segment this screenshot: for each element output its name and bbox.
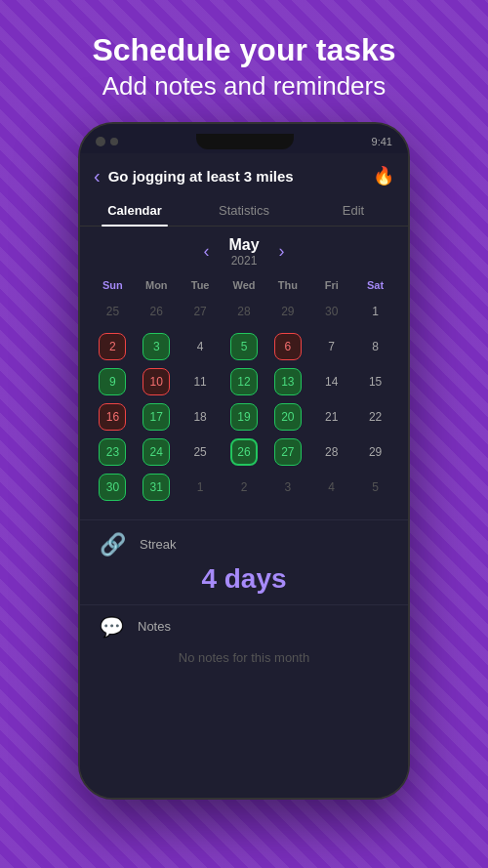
header-title: Schedule your tasks xyxy=(20,31,468,68)
calendar-day-25[interactable]: 20 xyxy=(266,400,308,434)
streak-value: 4 days xyxy=(80,563,408,604)
task-header: ‹ Go jogging at least 3 miles 🔥 xyxy=(80,153,408,191)
calendar-day-38[interactable]: 2 xyxy=(224,471,265,504)
calendar-day-21[interactable]: 16 xyxy=(92,400,134,434)
calendar-day-5[interactable]: 30 xyxy=(310,295,352,328)
notes-chat-icon: 💬 xyxy=(100,615,124,639)
day-header-wed: Wed xyxy=(224,275,265,295)
camera-dot-main xyxy=(96,137,105,146)
day-header-sun: Sun xyxy=(92,275,134,295)
tabs-bar: Calendar Statistics Edit xyxy=(80,195,408,227)
calendar-day-22[interactable]: 17 xyxy=(136,400,178,434)
calendar-day-17[interactable]: 12 xyxy=(224,365,265,398)
fire-icon: 🔥 xyxy=(373,165,394,186)
calendar-day-30[interactable]: 25 xyxy=(180,435,222,469)
calendar-day-23[interactable]: 18 xyxy=(180,400,222,434)
back-button[interactable]: ‹ xyxy=(94,165,101,187)
calendar-day-41[interactable]: 5 xyxy=(354,471,396,504)
calendar-day-8[interactable]: 3 xyxy=(136,330,178,363)
calendar-day-15[interactable]: 10 xyxy=(136,365,178,398)
calendar-day-26[interactable]: 21 xyxy=(310,400,352,434)
day-header-tue: Tue xyxy=(180,275,222,295)
notes-label: Notes xyxy=(138,619,171,634)
header-section: Schedule your tasks Add notes and remind… xyxy=(0,0,488,122)
calendar-section: ‹ May 2021 › Sun Mon Tue Wed Thu Fri Sat… xyxy=(80,227,408,514)
tab-calendar[interactable]: Calendar xyxy=(80,195,189,226)
calendar-day-1[interactable]: 26 xyxy=(136,295,178,328)
calendar-nav: ‹ May 2021 › xyxy=(92,236,396,268)
calendar-day-29[interactable]: 24 xyxy=(136,435,178,469)
calendar-day-34[interactable]: 29 xyxy=(354,435,396,469)
camera-dots xyxy=(96,137,118,146)
calendar-day-16[interactable]: 11 xyxy=(180,365,222,398)
calendar-month-name: May xyxy=(228,236,259,254)
calendar-day-9[interactable]: 4 xyxy=(180,330,222,363)
day-header-sat: Sat xyxy=(354,275,396,295)
calendar-day-33[interactable]: 28 xyxy=(310,435,352,469)
header-subtitle: Add notes and reminders xyxy=(20,68,468,103)
calendar-grid: Sun Mon Tue Wed Thu Fri Sat xyxy=(92,275,396,295)
camera-dot-small xyxy=(110,138,118,145)
calendar-day-4[interactable]: 29 xyxy=(266,295,308,328)
calendar-day-40[interactable]: 4 xyxy=(310,471,352,504)
streak-info: Streak xyxy=(140,537,177,552)
calendar-month-display: May 2021 xyxy=(228,236,259,268)
calendar-day-24[interactable]: 19 xyxy=(224,400,265,434)
calendar-day-14[interactable]: 9 xyxy=(92,365,134,398)
calendar-day-18[interactable]: 13 xyxy=(266,365,308,398)
calendar-day-39[interactable]: 3 xyxy=(266,471,308,504)
calendar-day-20[interactable]: 15 xyxy=(354,365,396,398)
calendar-day-10[interactable]: 5 xyxy=(224,330,265,363)
calendar-day-13[interactable]: 8 xyxy=(354,330,396,363)
next-month-button[interactable]: › xyxy=(279,241,285,262)
calendar-day-11[interactable]: 6 xyxy=(266,330,308,363)
phone-time: 9:41 xyxy=(372,136,392,147)
calendar-day-7[interactable]: 2 xyxy=(92,330,134,363)
phone-top-bar: 9:41 xyxy=(80,124,408,153)
notes-header: 💬 Notes xyxy=(100,615,388,639)
prev-month-button[interactable]: ‹ xyxy=(203,241,209,262)
notes-section: 💬 Notes No notes for this month xyxy=(80,604,408,682)
streak-link-icon: 🔗 xyxy=(100,532,126,558)
calendar-day-36[interactable]: 31 xyxy=(136,471,178,504)
phone-notch xyxy=(196,134,294,149)
calendar-day-3[interactable]: 28 xyxy=(224,295,265,328)
tab-edit[interactable]: Edit xyxy=(299,195,408,226)
streak-label: Streak xyxy=(140,537,177,552)
calendar-days: 2526272829301234567891011121314151617181… xyxy=(92,295,396,504)
calendar-year: 2021 xyxy=(228,254,259,268)
notes-empty-message: No notes for this month xyxy=(100,644,388,673)
calendar-day-31[interactable]: 26 xyxy=(224,435,265,469)
calendar-day-12[interactable]: 7 xyxy=(310,330,352,363)
calendar-day-35[interactable]: 30 xyxy=(92,471,134,504)
calendar-day-0[interactable]: 25 xyxy=(92,295,134,328)
calendar-day-27[interactable]: 22 xyxy=(354,400,396,434)
day-header-mon: Mon xyxy=(136,275,178,295)
calendar-day-28[interactable]: 23 xyxy=(92,435,134,469)
tab-statistics[interactable]: Statistics xyxy=(189,195,299,226)
calendar-day-32[interactable]: 27 xyxy=(266,435,308,469)
phone-frame: 9:41 ‹ Go jogging at least 3 miles 🔥 Cal… xyxy=(78,122,410,800)
calendar-day-37[interactable]: 1 xyxy=(180,471,222,504)
task-title: Go jogging at least 3 miles xyxy=(108,168,373,185)
calendar-day-2[interactable]: 27 xyxy=(180,295,222,328)
calendar-day-19[interactable]: 14 xyxy=(310,365,352,398)
app-content: ‹ Go jogging at least 3 miles 🔥 Calendar… xyxy=(80,153,408,798)
day-header-fri: Fri xyxy=(310,275,352,295)
day-header-thu: Thu xyxy=(266,275,308,295)
streak-section: 🔗 Streak xyxy=(80,519,408,561)
calendar-day-6[interactable]: 1 xyxy=(354,295,396,328)
